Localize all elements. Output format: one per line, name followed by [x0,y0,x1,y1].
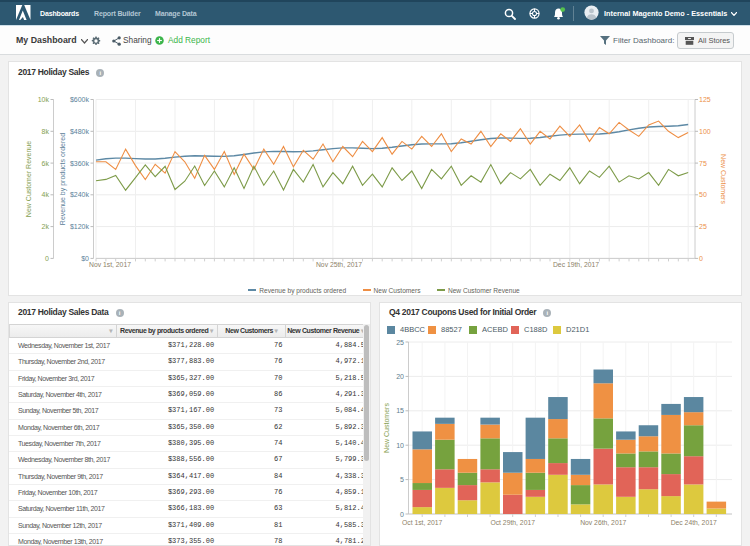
svg-text:$360k: $360k [70,160,90,167]
svg-text:New Customers: New Customers [383,403,390,453]
svg-text:4k: 4k [42,191,50,198]
svg-text:0: 0 [699,255,703,262]
svg-text:2k: 2k [42,223,50,230]
svg-text:Dec 19th, 2017: Dec 19th, 2017 [553,261,599,268]
svg-text:$240k: $240k [70,191,90,198]
svg-text:100: 100 [699,128,711,135]
svg-text:New Customer Revenue: New Customer Revenue [25,141,32,217]
svg-text:75: 75 [699,160,707,167]
svg-text:$120k: $120k [70,223,90,230]
svg-text:Nov 25th, 2017: Nov 25th, 2017 [316,261,362,268]
svg-text:8k: 8k [42,128,50,135]
svg-text:Dec 24th, 2017: Dec 24th, 2017 [671,519,717,526]
svg-text:5: 5 [400,476,404,483]
svg-text:15: 15 [396,407,404,414]
svg-text:0: 0 [400,511,404,518]
svg-text:Nov 1st, 2017: Nov 1st, 2017 [89,261,131,268]
svg-text:6k: 6k [42,160,50,167]
svg-text:Revenue by products ordered: Revenue by products ordered [59,133,67,225]
svg-text:50: 50 [699,191,707,198]
svg-text:New Customers: New Customers [720,154,727,204]
svg-text:Oct 1st, 2017: Oct 1st, 2017 [402,519,443,526]
svg-text:$600k: $600k [70,96,90,103]
svg-text:Oct 29th, 2017: Oct 29th, 2017 [490,519,535,526]
svg-text:10k: 10k [38,96,50,103]
svg-text:20: 20 [396,373,404,380]
svg-text:0: 0 [45,255,49,262]
svg-text:Nov 26th, 2017: Nov 26th, 2017 [580,519,626,526]
svg-text:10: 10 [396,442,404,449]
svg-text:25: 25 [699,223,707,230]
svg-text:25: 25 [396,339,404,346]
svg-text:$0: $0 [81,255,89,262]
svg-text:$480k: $480k [70,128,90,135]
svg-text:125: 125 [699,96,711,103]
